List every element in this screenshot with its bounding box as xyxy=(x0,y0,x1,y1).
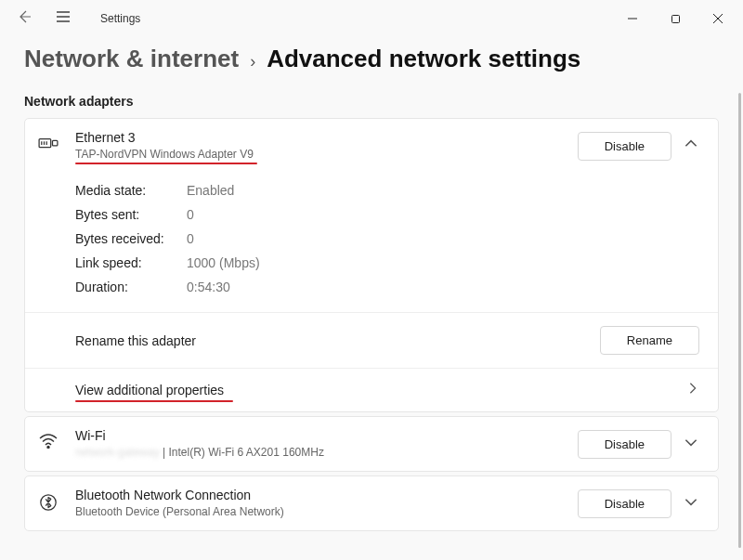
detail-value: Enabled xyxy=(187,183,234,198)
chevron-right-icon xyxy=(686,382,699,398)
adapter-card-wifi: Wi-Fi network-gateway | Intel(R) Wi-Fi 6… xyxy=(24,416,719,472)
scrollbar[interactable] xyxy=(738,93,741,548)
app-title: Settings xyxy=(100,12,140,25)
adapter-header[interactable]: Wi-Fi network-gateway | Intel(R) Wi-Fi 6… xyxy=(25,417,718,471)
back-icon[interactable] xyxy=(17,9,32,28)
breadcrumb-parent[interactable]: Network & internet xyxy=(24,45,239,73)
svg-point-12 xyxy=(47,447,49,449)
minimize-button[interactable] xyxy=(611,4,654,33)
disable-button[interactable]: Disable xyxy=(578,489,671,518)
breadcrumb: Network & internet › Advanced network se… xyxy=(24,45,719,73)
adapter-description: network-gateway | Intel(R) Wi-Fi 6 AX201… xyxy=(75,446,324,459)
view-properties-label: View additional properties xyxy=(75,383,686,397)
adapter-description: Bluetooth Device (Personal Area Network) xyxy=(75,505,284,518)
chevron-up-icon[interactable] xyxy=(683,136,699,156)
rename-label: Rename this adapter xyxy=(75,333,600,348)
detail-label: Link speed: xyxy=(75,255,187,270)
chevron-down-icon[interactable] xyxy=(683,493,699,514)
svg-rect-8 xyxy=(53,140,58,145)
close-button[interactable] xyxy=(697,4,739,33)
menu-icon[interactable] xyxy=(56,10,71,27)
adapter-name: Wi-Fi xyxy=(75,428,578,443)
detail-value: 0 xyxy=(187,207,194,222)
detail-value: 1000 (Mbps) xyxy=(187,255,260,270)
detail-label: Media state: xyxy=(75,183,187,198)
adapter-header[interactable]: Bluetooth Network Connection Bluetooth D… xyxy=(25,476,718,530)
maximize-button[interactable] xyxy=(654,4,697,33)
detail-value: 0 xyxy=(187,231,194,246)
rename-row: Rename this adapter Rename xyxy=(25,312,718,368)
svg-rect-4 xyxy=(671,15,679,22)
adapter-header[interactable]: Ethernet 3 TAP-NordVPN Windows Adapter V… xyxy=(25,119,718,173)
adapter-description: TAP-NordVPN Windows Adapter V9 xyxy=(75,148,254,161)
detail-label: Bytes received: xyxy=(75,231,187,246)
bluetooth-icon xyxy=(38,493,59,514)
adapter-card-ethernet3: Ethernet 3 TAP-NordVPN Windows Adapter V… xyxy=(24,118,719,412)
disable-button[interactable]: Disable xyxy=(578,132,671,161)
chevron-right-icon: › xyxy=(250,52,255,72)
detail-label: Duration: xyxy=(75,280,187,294)
view-properties-row[interactable]: View additional properties xyxy=(25,368,718,411)
adapter-name: Bluetooth Network Connection xyxy=(75,488,578,502)
detail-label: Bytes sent: xyxy=(75,207,187,222)
adapter-details: Media state:Enabled Bytes sent:0 Bytes r… xyxy=(25,173,718,312)
adapter-name: Ethernet 3 xyxy=(75,130,578,145)
rename-button[interactable]: Rename xyxy=(600,326,699,355)
wifi-icon xyxy=(38,434,59,454)
chevron-down-icon[interactable] xyxy=(683,434,699,454)
disable-button[interactable]: Disable xyxy=(578,430,671,459)
ethernet-icon xyxy=(38,136,59,156)
svg-rect-7 xyxy=(39,139,51,148)
adapter-card-bluetooth: Bluetooth Network Connection Bluetooth D… xyxy=(24,475,719,531)
detail-value: 0:54:30 xyxy=(187,280,230,294)
breadcrumb-current: Advanced network settings xyxy=(267,45,580,73)
section-title: Network adapters xyxy=(24,94,719,109)
